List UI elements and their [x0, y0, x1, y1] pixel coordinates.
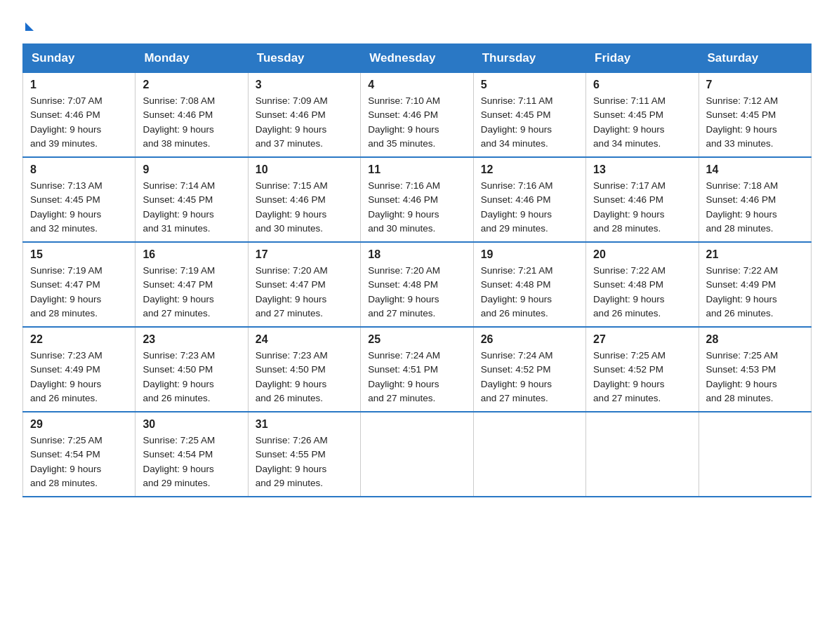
calendar-day-cell: 26Sunrise: 7:24 AMSunset: 4:52 PMDayligh… — [473, 327, 585, 412]
day-number: 29 — [30, 418, 128, 431]
calendar-day-cell: 17Sunrise: 7:20 AMSunset: 4:47 PMDayligh… — [248, 242, 360, 327]
calendar-day-cell: 8Sunrise: 7:13 AMSunset: 4:45 PMDaylight… — [23, 157, 135, 242]
day-info: Sunrise: 7:09 AMSunset: 4:46 PMDaylight:… — [256, 94, 353, 151]
header-saturday: Saturday — [699, 44, 811, 73]
day-info: Sunrise: 7:08 AMSunset: 4:46 PMDaylight:… — [143, 94, 240, 151]
calendar-table: SundayMondayTuesdayWednesdayThursdayFrid… — [22, 43, 812, 497]
day-number: 21 — [706, 248, 804, 261]
day-info: Sunrise: 7:24 AMSunset: 4:51 PMDaylight:… — [368, 349, 465, 405]
calendar-day-cell: 14Sunrise: 7:18 AMSunset: 4:46 PMDayligh… — [699, 157, 811, 242]
calendar-day-cell: 15Sunrise: 7:19 AMSunset: 4:47 PMDayligh… — [23, 242, 135, 327]
calendar-day-cell: 12Sunrise: 7:16 AMSunset: 4:46 PMDayligh… — [473, 157, 585, 242]
day-number: 28 — [706, 333, 804, 346]
day-number: 16 — [143, 248, 240, 261]
day-number: 4 — [368, 79, 465, 91]
day-info: Sunrise: 7:19 AMSunset: 4:47 PMDaylight:… — [30, 264, 128, 321]
day-info: Sunrise: 7:23 AMSunset: 4:49 PMDaylight:… — [30, 349, 128, 405]
calendar-day-cell — [361, 412, 473, 497]
day-number: 31 — [256, 418, 353, 431]
calendar-day-cell: 3Sunrise: 7:09 AMSunset: 4:46 PMDaylight… — [248, 73, 360, 158]
calendar-day-cell — [586, 412, 699, 497]
calendar-day-cell: 16Sunrise: 7:19 AMSunset: 4:47 PMDayligh… — [135, 242, 248, 327]
day-number: 18 — [368, 248, 465, 261]
calendar-day-cell: 29Sunrise: 7:25 AMSunset: 4:54 PMDayligh… — [23, 412, 135, 497]
day-info: Sunrise: 7:21 AMSunset: 4:48 PMDaylight:… — [481, 264, 578, 321]
day-info: Sunrise: 7:17 AMSunset: 4:46 PMDaylight:… — [593, 179, 691, 236]
day-number: 26 — [481, 333, 578, 346]
calendar-day-cell: 25Sunrise: 7:24 AMSunset: 4:51 PMDayligh… — [361, 327, 473, 412]
calendar-week-row: 22Sunrise: 7:23 AMSunset: 4:49 PMDayligh… — [23, 327, 812, 412]
day-number: 30 — [143, 418, 240, 431]
day-number: 5 — [481, 79, 578, 91]
day-info: Sunrise: 7:16 AMSunset: 4:46 PMDaylight:… — [481, 179, 578, 236]
header-friday: Friday — [586, 44, 699, 73]
day-info: Sunrise: 7:20 AMSunset: 4:47 PMDaylight:… — [256, 264, 353, 321]
day-info: Sunrise: 7:18 AMSunset: 4:46 PMDaylight:… — [706, 179, 804, 236]
calendar-day-cell: 1Sunrise: 7:07 AMSunset: 4:46 PMDaylight… — [23, 73, 135, 158]
day-number: 3 — [256, 79, 353, 91]
logo — [22, 22, 34, 32]
day-number: 25 — [368, 333, 465, 346]
day-number: 7 — [706, 79, 804, 91]
day-info: Sunrise: 7:13 AMSunset: 4:45 PMDaylight:… — [30, 179, 128, 236]
header-wednesday: Wednesday — [361, 44, 473, 73]
day-info: Sunrise: 7:25 AMSunset: 4:54 PMDaylight:… — [143, 434, 240, 490]
calendar-day-cell: 24Sunrise: 7:23 AMSunset: 4:50 PMDayligh… — [248, 327, 360, 412]
calendar-day-cell: 4Sunrise: 7:10 AMSunset: 4:46 PMDaylight… — [361, 73, 473, 158]
calendar-day-cell: 22Sunrise: 7:23 AMSunset: 4:49 PMDayligh… — [23, 327, 135, 412]
day-number: 10 — [256, 163, 353, 176]
calendar-day-cell: 28Sunrise: 7:25 AMSunset: 4:53 PMDayligh… — [699, 327, 811, 412]
calendar-day-cell: 20Sunrise: 7:22 AMSunset: 4:48 PMDayligh… — [586, 242, 699, 327]
calendar-day-cell: 31Sunrise: 7:26 AMSunset: 4:55 PMDayligh… — [248, 412, 360, 497]
day-number: 11 — [368, 163, 465, 176]
calendar-day-cell: 10Sunrise: 7:15 AMSunset: 4:46 PMDayligh… — [248, 157, 360, 242]
day-number: 27 — [593, 333, 691, 346]
calendar-day-cell — [699, 412, 811, 497]
header-tuesday: Tuesday — [248, 44, 360, 73]
day-number: 22 — [30, 333, 128, 346]
day-info: Sunrise: 7:26 AMSunset: 4:55 PMDaylight:… — [256, 434, 353, 490]
day-number: 8 — [30, 163, 128, 176]
day-info: Sunrise: 7:19 AMSunset: 4:47 PMDaylight:… — [143, 264, 240, 321]
calendar-header-row: SundayMondayTuesdayWednesdayThursdayFrid… — [23, 44, 812, 73]
day-number: 9 — [143, 163, 240, 176]
day-number: 12 — [481, 163, 578, 176]
day-info: Sunrise: 7:25 AMSunset: 4:52 PMDaylight:… — [593, 349, 691, 405]
day-number: 14 — [706, 163, 804, 176]
day-info: Sunrise: 7:23 AMSunset: 4:50 PMDaylight:… — [256, 349, 353, 405]
day-number: 20 — [593, 248, 691, 261]
calendar-day-cell: 5Sunrise: 7:11 AMSunset: 4:45 PMDaylight… — [473, 73, 585, 158]
day-number: 2 — [143, 79, 240, 91]
page-header — [22, 17, 812, 32]
calendar-day-cell: 23Sunrise: 7:23 AMSunset: 4:50 PMDayligh… — [135, 327, 248, 412]
day-info: Sunrise: 7:15 AMSunset: 4:46 PMDaylight:… — [256, 179, 353, 236]
calendar-day-cell: 7Sunrise: 7:12 AMSunset: 4:45 PMDaylight… — [699, 73, 811, 158]
day-info: Sunrise: 7:20 AMSunset: 4:48 PMDaylight:… — [368, 264, 465, 321]
calendar-week-row: 29Sunrise: 7:25 AMSunset: 4:54 PMDayligh… — [23, 412, 812, 497]
day-number: 1 — [30, 79, 128, 91]
logo-triangle-icon — [25, 22, 34, 31]
day-info: Sunrise: 7:10 AMSunset: 4:46 PMDaylight:… — [368, 94, 465, 151]
day-info: Sunrise: 7:14 AMSunset: 4:45 PMDaylight:… — [143, 179, 240, 236]
day-number: 23 — [143, 333, 240, 346]
calendar-day-cell: 19Sunrise: 7:21 AMSunset: 4:48 PMDayligh… — [473, 242, 585, 327]
day-info: Sunrise: 7:12 AMSunset: 4:45 PMDaylight:… — [706, 94, 804, 151]
day-info: Sunrise: 7:24 AMSunset: 4:52 PMDaylight:… — [481, 349, 578, 405]
calendar-week-row: 1Sunrise: 7:07 AMSunset: 4:46 PMDaylight… — [23, 73, 812, 158]
day-number: 19 — [481, 248, 578, 261]
calendar-day-cell: 18Sunrise: 7:20 AMSunset: 4:48 PMDayligh… — [361, 242, 473, 327]
day-number: 24 — [256, 333, 353, 346]
header-monday: Monday — [135, 44, 248, 73]
day-info: Sunrise: 7:07 AMSunset: 4:46 PMDaylight:… — [30, 94, 128, 151]
calendar-day-cell: 11Sunrise: 7:16 AMSunset: 4:46 PMDayligh… — [361, 157, 473, 242]
calendar-week-row: 8Sunrise: 7:13 AMSunset: 4:45 PMDaylight… — [23, 157, 812, 242]
header-thursday: Thursday — [473, 44, 585, 73]
day-number: 17 — [256, 248, 353, 261]
header-sunday: Sunday — [23, 44, 135, 73]
day-info: Sunrise: 7:25 AMSunset: 4:53 PMDaylight:… — [706, 349, 804, 405]
day-info: Sunrise: 7:16 AMSunset: 4:46 PMDaylight:… — [368, 179, 465, 236]
day-number: 6 — [593, 79, 691, 91]
day-info: Sunrise: 7:22 AMSunset: 4:48 PMDaylight:… — [593, 264, 691, 321]
day-info: Sunrise: 7:23 AMSunset: 4:50 PMDaylight:… — [143, 349, 240, 405]
calendar-day-cell: 6Sunrise: 7:11 AMSunset: 4:45 PMDaylight… — [586, 73, 699, 158]
